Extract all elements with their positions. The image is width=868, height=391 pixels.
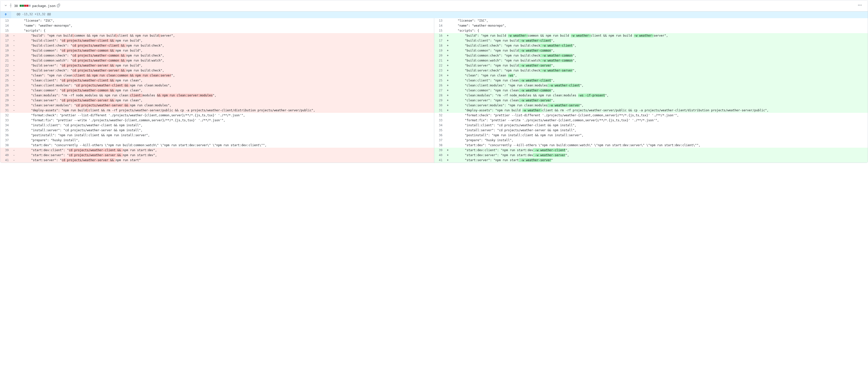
- code-left[interactable]: "install:client": "cd projects/weather-c…: [17, 123, 434, 128]
- chevron-down-icon[interactable]: [4, 4, 7, 8]
- code-right[interactable]: "start:dev": "concurrently --kill-others…: [451, 143, 868, 148]
- code-right[interactable]: "license": "ISC",: [451, 18, 868, 23]
- line-number-left[interactable]: 37: [0, 138, 11, 143]
- code-right[interactable]: "start:dev:client": "npm run start:dev -…: [451, 148, 868, 153]
- code-right[interactable]: "clean:client": "npm run clean -w weathe…: [451, 78, 868, 83]
- line-number-right[interactable]: 35: [434, 128, 445, 133]
- code-left[interactable]: "deploy-assets": "npm run build:client &…: [17, 108, 434, 113]
- code-left[interactable]: "clean:server:modules": "cd projects/wea…: [17, 103, 434, 108]
- line-number-right[interactable]: 33: [434, 118, 445, 123]
- code-left[interactable]: "clean:client:modules": "cd projects/wea…: [17, 83, 434, 88]
- code-right[interactable]: "scripts": {: [451, 28, 868, 33]
- line-number-left[interactable]: 24: [0, 73, 11, 78]
- line-number-right[interactable]: 18: [434, 43, 445, 48]
- code-left[interactable]: "start:dev:client": "cd projects/weather…: [17, 148, 434, 153]
- line-number-left[interactable]: 36: [0, 133, 11, 138]
- code-right[interactable]: "postinstall": "npm run install:client &…: [451, 133, 868, 138]
- code-left[interactable]: "scripts": {: [17, 28, 434, 33]
- line-number-right[interactable]: 23: [434, 68, 445, 73]
- code-right[interactable]: "start:server": "npm run start -w weathe…: [451, 158, 868, 163]
- line-number-right[interactable]: 26: [434, 83, 445, 88]
- code-right[interactable]: "prepare": "husky install",: [451, 138, 868, 143]
- code-left[interactable]: "clean": "npm run clean:client && npm ru…: [17, 73, 434, 78]
- line-number-right[interactable]: 36: [434, 133, 445, 138]
- code-left[interactable]: "postinstall": "npm run install:client &…: [17, 133, 434, 138]
- code-right[interactable]: "build:server:check": "npm run build:che…: [451, 68, 868, 73]
- line-number-right[interactable]: 14: [434, 23, 445, 28]
- code-left[interactable]: "prepare": "husky install",: [17, 138, 434, 143]
- code-right[interactable]: "clean:server:modules": "npm run clean:m…: [451, 103, 868, 108]
- code-left[interactable]: "start:dev": "concurrently --kill-others…: [17, 143, 434, 148]
- line-number-right[interactable]: 20: [434, 53, 445, 58]
- code-right[interactable]: "install:client": "cd projects/weather-c…: [451, 123, 868, 128]
- code-right[interactable]: "format:fix": "prettier --write './proje…: [451, 118, 868, 123]
- code-left[interactable]: "build:common": "cd projects/weather-com…: [17, 48, 434, 53]
- code-right[interactable]: "build:common": "npm run build -w weathe…: [451, 48, 868, 53]
- line-number-left[interactable]: 32: [0, 113, 11, 118]
- line-number-left[interactable]: 22: [0, 63, 11, 68]
- code-left[interactable]: "clean:common": "cd projects/weather-com…: [17, 88, 434, 93]
- line-number-left[interactable]: 14: [0, 23, 11, 28]
- line-number-right[interactable]: 30: [434, 103, 445, 108]
- line-number-right[interactable]: 13: [434, 18, 445, 23]
- code-left[interactable]: "build:client": "cd projects/weather-cli…: [17, 38, 434, 43]
- line-number-left[interactable]: 19: [0, 48, 11, 53]
- expand-all-icon[interactable]: [9, 3, 13, 8]
- code-right[interactable]: "start:dev:server": "npm run start:dev -…: [451, 153, 868, 158]
- line-number-left[interactable]: 16: [0, 33, 11, 38]
- code-left[interactable]: "format:fix": "prettier --write './proje…: [17, 118, 434, 123]
- code-right[interactable]: "build:common:check": "npm run build:che…: [451, 53, 868, 58]
- code-left[interactable]: "clean:client": "cd projects/weather-cli…: [17, 78, 434, 83]
- line-number-left[interactable]: 13: [0, 18, 11, 23]
- code-left[interactable]: "build:common:check": "cd projects/weath…: [17, 53, 434, 58]
- code-right[interactable]: "clean:modules": "rm -rf node_modules &&…: [451, 93, 868, 98]
- code-left[interactable]: "build:server": "cd projects/weather-ser…: [17, 63, 434, 68]
- line-number-right[interactable]: 32: [434, 113, 445, 118]
- line-number-left[interactable]: 35: [0, 128, 11, 133]
- line-number-left[interactable]: 20: [0, 53, 11, 58]
- code-left[interactable]: "clean:modules": "rm -rf node_modules &&…: [17, 93, 434, 98]
- line-number-left[interactable]: 27: [0, 88, 11, 93]
- code-right[interactable]: "clean": "npm run clean -ws",: [451, 73, 868, 78]
- line-number-right[interactable]: 34: [434, 123, 445, 128]
- line-number-left[interactable]: 29: [0, 98, 11, 103]
- line-number-right[interactable]: 24: [434, 73, 445, 78]
- expand-hunk-icon[interactable]: [0, 11, 11, 18]
- file-name-link[interactable]: package.json: [32, 4, 56, 8]
- code-right[interactable]: "name": "weather-monorepo",: [451, 23, 868, 28]
- line-number-left[interactable]: 15: [0, 28, 11, 33]
- line-number-left[interactable]: 33: [0, 118, 11, 123]
- line-number-right[interactable]: 21: [434, 58, 445, 63]
- line-number-left[interactable]: 34: [0, 123, 11, 128]
- code-right[interactable]: "install:server": "cd projects/weather-s…: [451, 128, 868, 133]
- line-number-left[interactable]: 30: [0, 103, 11, 108]
- code-left[interactable]: "build:server:check": "cd projects/weath…: [17, 68, 434, 73]
- line-number-right[interactable]: 16: [434, 33, 445, 38]
- copy-icon[interactable]: [57, 4, 60, 8]
- line-number-left[interactable]: 31: [0, 108, 11, 113]
- code-right[interactable]: "deploy-assets": "npm run build -w weath…: [451, 108, 868, 113]
- code-right[interactable]: "clean:common": "npm run clean -w weathe…: [451, 88, 868, 93]
- line-number-left[interactable]: 18: [0, 43, 11, 48]
- line-number-left[interactable]: 38: [0, 143, 11, 148]
- line-number-right[interactable]: 40: [434, 153, 445, 158]
- line-number-left[interactable]: 28: [0, 93, 11, 98]
- code-right[interactable]: "clean:server": "npm run clean -w weathe…: [451, 98, 868, 103]
- line-number-right[interactable]: 29: [434, 98, 445, 103]
- line-number-right[interactable]: 22: [434, 63, 445, 68]
- line-number-right[interactable]: 17: [434, 38, 445, 43]
- line-number-right[interactable]: 25: [434, 78, 445, 83]
- code-left[interactable]: "build:common:watch": "cd projects/weath…: [17, 58, 434, 63]
- line-number-right[interactable]: 28: [434, 93, 445, 98]
- code-right[interactable]: "build": "npm run build -w weather-commo…: [451, 33, 868, 38]
- line-number-left[interactable]: 26: [0, 83, 11, 88]
- code-left[interactable]: "install:server": "cd projects/weather-s…: [17, 128, 434, 133]
- line-number-right[interactable]: 39: [434, 148, 445, 153]
- code-right[interactable]: "build:client:check": "npm run build:che…: [451, 43, 868, 48]
- code-right[interactable]: "format:check": "prettier --list-differe…: [451, 113, 868, 118]
- code-right[interactable]: "build:common:watch": "npm run build:wat…: [451, 58, 868, 63]
- code-left[interactable]: "start:server": "cd projects/weather-ser…: [17, 158, 434, 163]
- code-left[interactable]: "build": "npm run build:common && npm ru…: [17, 33, 434, 38]
- code-left[interactable]: "license": "ISC",: [17, 18, 434, 23]
- line-number-left[interactable]: 40: [0, 153, 11, 158]
